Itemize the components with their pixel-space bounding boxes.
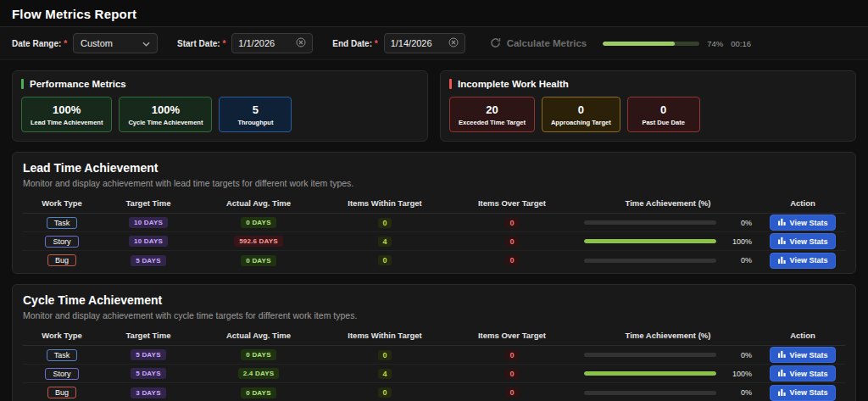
refresh-icon [490, 37, 501, 50]
table-header-row: Work Type Target Time Actual Avg. Time I… [23, 195, 845, 214]
target-time-badge: 10 DAYS [129, 236, 168, 247]
required-marker: * [64, 39, 67, 48]
lead-time-section: Lead Time Achievement Monitor and displa… [12, 152, 856, 274]
achievement-progress-bar [584, 353, 716, 357]
view-stats-label: View Stats [790, 219, 828, 227]
summary-panels: Performance Metrics 100% Lead Time Achie… [12, 70, 856, 142]
work-type-badge: Story [45, 368, 78, 380]
end-date-group: End Date: * [332, 33, 465, 53]
items-within-badge: 4 [378, 237, 391, 247]
target-time-badge: 5 DAYS [131, 349, 165, 360]
table-row: Bug 5 DAYS 0 DAYS 0 0 0% View Stats [23, 251, 845, 270]
section-title: Lead Time Achievement [23, 161, 845, 175]
metric-value: 0 [637, 103, 691, 116]
achievement-percent: 100% [725, 237, 752, 246]
metric-card-approaching: 0 Approaching Target [542, 97, 620, 132]
items-over-badge: 0 [505, 218, 518, 228]
table-row: Task 10 DAYS 0 DAYS 0 0 0% View Stats [23, 214, 845, 232]
page-header: Flow Metrics Report [0, 0, 868, 26]
metric-card-cycle-time: 100% Cycle Time Achievement [119, 97, 212, 132]
view-stats-label: View Stats [790, 237, 828, 246]
metric-value: 0 [551, 103, 611, 116]
view-stats-label: View Stats [790, 370, 828, 378]
work-type-badge: Bug [47, 387, 76, 398]
bar-chart-icon [778, 237, 786, 246]
start-date-field[interactable] [231, 33, 313, 53]
items-within-badge: 0 [378, 218, 391, 228]
view-stats-button[interactable]: View Stats [770, 233, 837, 249]
metric-value: 20 [459, 103, 526, 116]
clear-end-date-button[interactable] [448, 37, 459, 50]
target-time-badge: 5 DAYS [131, 255, 165, 266]
required-marker: * [375, 39, 378, 48]
achievement-progress-bar [584, 239, 716, 243]
view-stats-label: View Stats [790, 351, 828, 359]
red-accent-bar [449, 79, 452, 89]
green-accent-bar [21, 79, 24, 89]
column-header: Target Time [101, 198, 196, 208]
date-range-label: Date Range: * [12, 39, 67, 48]
section-title: Cycle Time Achievement [23, 293, 845, 307]
table-row: Bug 3 DAYS 0 DAYS 0 0 0% View Stats [23, 383, 845, 401]
clear-start-date-button[interactable] [296, 37, 306, 50]
metric-value: 100% [128, 103, 203, 116]
achievement-progress-bar [584, 371, 716, 376]
date-range-select[interactable]: Custom [73, 33, 158, 53]
chevron-down-icon [142, 38, 150, 48]
calculate-metrics-label: Calculate Metrics [507, 38, 587, 48]
column-header: Time Achievement (%) [576, 331, 760, 340]
section-subtitle: Monitor and display achievement with lea… [23, 178, 845, 188]
performance-metrics-panel: Performance Metrics 100% Lead Time Achie… [12, 70, 428, 142]
metric-card-past-due: 0 Past Due Date [627, 97, 700, 132]
target-time-badge: 5 DAYS [131, 368, 165, 379]
achievement-progress-bar [584, 220, 716, 225]
metric-label: Cycle Time Achievement [128, 119, 203, 126]
achievement-percent: 0% [725, 256, 752, 265]
view-stats-button[interactable]: View Stats [770, 365, 837, 382]
actual-avg-badge: 0 DAYS [241, 255, 275, 266]
cycle-time-section: Cycle Time Achievement Monitor and displ… [12, 284, 856, 401]
actual-avg-badge: 592.6 DAYS [234, 236, 283, 247]
toolbar: Date Range: * Custom Start Date: * End D… [0, 26, 868, 60]
end-date-input[interactable] [391, 38, 444, 48]
work-type-badge: Task [47, 217, 78, 229]
panel-header: Incomplete Work Health [449, 79, 847, 89]
items-within-badge: 0 [378, 387, 391, 398]
end-date-label: End Date: * [332, 39, 377, 48]
table-row: Task 5 DAYS 0 DAYS 0 0 0% View Stats [23, 346, 845, 365]
bar-chart-icon [778, 369, 786, 378]
column-header: Actual Avg. Time [196, 331, 321, 340]
items-within-badge: 0 [378, 350, 391, 360]
elapsed-time: 00:16 [731, 39, 751, 48]
view-stats-button[interactable]: View Stats [770, 347, 837, 363]
items-over-badge: 0 [505, 387, 518, 398]
view-stats-button[interactable]: View Stats [770, 253, 837, 269]
incomplete-work-health-panel: Incomplete Work Health 20 Exceeded Time … [440, 70, 856, 142]
start-date-input[interactable] [238, 38, 292, 48]
metric-value: 5 [228, 103, 282, 116]
view-stats-button[interactable]: View Stats [770, 214, 837, 231]
column-header: Items Within Target [321, 331, 448, 340]
target-time-badge: 10 DAYS [129, 217, 168, 228]
section-subtitle: Monitor and display achievement with cyc… [23, 310, 845, 320]
view-stats-button[interactable]: View Stats [770, 385, 837, 401]
end-date-field[interactable] [384, 33, 465, 53]
calculate-metrics-button[interactable]: Calculate Metrics [490, 37, 587, 50]
start-date-group: Start Date: * [177, 33, 313, 53]
view-stats-label: View Stats [790, 388, 828, 397]
bar-chart-icon [778, 388, 786, 398]
items-over-badge: 0 [505, 237, 518, 247]
target-time-badge: 3 DAYS [131, 387, 165, 398]
progress-percent: 74% [707, 39, 723, 48]
achievement-percent: 0% [725, 388, 752, 397]
items-within-badge: 0 [378, 255, 391, 265]
calculation-progress-bar [603, 42, 699, 46]
items-over-badge: 0 [505, 255, 518, 265]
date-range-value: Custom [81, 38, 113, 48]
actual-avg-badge: 0 DAYS [241, 387, 275, 398]
actual-avg-badge: 0 DAYS [241, 349, 275, 360]
items-over-badge: 0 [505, 369, 518, 379]
column-header: Action [760, 198, 845, 208]
table-header-row: Work Type Target Time Actual Avg. Time I… [23, 327, 845, 346]
column-header: Work Type [23, 331, 101, 340]
